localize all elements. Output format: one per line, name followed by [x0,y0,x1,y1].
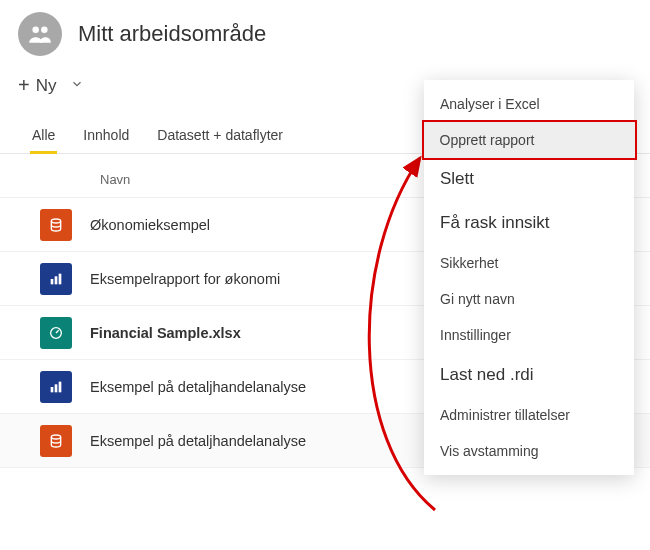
menu-view-lineage[interactable]: Vis avstamming [424,433,634,469]
menu-delete[interactable]: Slett [424,157,634,201]
menu-download-rdi[interactable]: Last ned .rdi [424,353,634,397]
new-button[interactable]: + Ny [18,74,84,97]
svg-rect-7 [51,387,54,392]
plus-icon: + [18,74,30,97]
menu-settings[interactable]: Innstillinger [424,317,634,353]
menu-analyze-excel[interactable]: Analyser i Excel [424,86,634,122]
svg-point-0 [32,26,39,33]
svg-rect-9 [59,381,62,392]
menu-rename[interactable]: Gi nytt navn [424,281,634,317]
menu-manage-permissions[interactable]: Administrer tillatelser [424,397,634,433]
svg-rect-8 [55,384,58,392]
svg-point-10 [51,435,60,439]
tab-datasets[interactable]: Datasett + dataflyter [155,121,285,153]
workbook-icon [40,317,72,349]
menu-create-report[interactable]: Opprett rapport [422,120,637,160]
svg-point-1 [41,26,48,33]
svg-point-2 [51,219,60,223]
svg-rect-3 [51,279,54,284]
dataset-icon [40,425,72,457]
report-icon [40,371,72,403]
workspace-avatar [18,12,62,56]
menu-quick-insights[interactable]: Få rask innsikt [424,201,634,245]
tab-all[interactable]: Alle [30,121,57,153]
dataset-icon [40,209,72,241]
context-menu: Analyser i Excel Opprett rapport Slett F… [424,80,634,475]
menu-security[interactable]: Sikkerhet [424,245,634,281]
new-button-label: Ny [36,76,57,96]
item-name: Eksempel på detaljhandelanalyse [90,433,441,449]
workspace-header: Mitt arbeidsområde [0,0,650,68]
chevron-down-icon [70,77,84,94]
svg-rect-4 [55,276,58,284]
svg-rect-5 [59,273,62,284]
workspace-title: Mitt arbeidsområde [78,21,266,47]
tab-content[interactable]: Innhold [81,121,131,153]
people-icon [27,21,53,47]
report-icon [40,263,72,295]
